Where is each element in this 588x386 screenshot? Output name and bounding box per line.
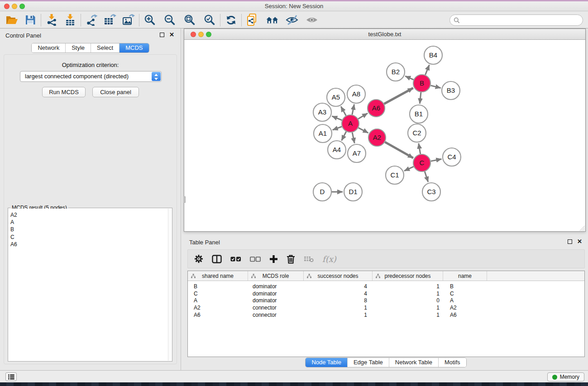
tab-network-table[interactable]: Network Table	[389, 358, 438, 367]
edge-B-B1[interactable]	[420, 92, 421, 104]
edge-A-A8[interactable]	[352, 105, 354, 115]
mcds-result-item[interactable]: A	[10, 219, 168, 226]
node-C[interactable]: C	[413, 154, 430, 172]
select-all-columns-icon[interactable]	[230, 256, 241, 262]
node-A5[interactable]: A5	[327, 88, 345, 106]
edge-A-A6[interactable]	[358, 113, 368, 119]
close-panel-icon[interactable]: ✕	[169, 33, 174, 37]
new-network-from-selection-icon[interactable]	[246, 14, 258, 26]
edge-A2-C[interactable]	[385, 142, 413, 158]
edge-C-C1[interactable]	[404, 167, 414, 171]
edge-B-B3[interactable]	[430, 86, 440, 88]
table-row[interactable]: A6connector11A6	[188, 311, 584, 319]
mcds-result-list[interactable]: A2ABCA6	[9, 209, 168, 361]
network-canvas[interactable]: B4B2BB3A5A8A6A3B1AC2A1A2A4A7C4CC1C3DD1	[184, 40, 585, 231]
node-C3[interactable]: C3	[422, 183, 440, 201]
node-B3[interactable]: B3	[442, 81, 460, 100]
node-D[interactable]: D	[313, 183, 331, 201]
node-C4[interactable]: C4	[443, 148, 461, 166]
node-A4[interactable]: A4	[328, 141, 346, 159]
deselect-all-columns-icon[interactable]	[250, 256, 261, 262]
edge-C-C2[interactable]	[419, 143, 421, 154]
node-D1[interactable]: D1	[344, 183, 362, 201]
save-session-icon[interactable]	[24, 14, 37, 26]
export-image-icon[interactable]	[122, 14, 135, 26]
tab-style[interactable]: Style	[65, 43, 91, 52]
tab-select[interactable]: Select	[91, 43, 119, 52]
column-header-MCDS-role[interactable]: MCDS role	[248, 271, 304, 281]
criterion-dropdown[interactable]: largest connected component (directed)	[20, 71, 162, 82]
column-header-predecessor-nodes[interactable]: predecessor nodes	[373, 271, 443, 281]
add-column-icon[interactable]	[269, 255, 278, 263]
tab-network[interactable]: Network	[32, 43, 65, 52]
mcds-result-item[interactable]: B	[10, 226, 168, 233]
edge-A-A5[interactable]	[341, 106, 346, 115]
tab-node-table[interactable]: Node Table	[306, 358, 347, 367]
edge-A-A7[interactable]	[352, 133, 354, 143]
network-window-titlebar[interactable]: testGlobe.txt	[184, 29, 585, 40]
mcds-result-item[interactable]: C	[10, 234, 168, 241]
delete-table-icon[interactable]	[304, 255, 314, 262]
network-graph[interactable]: B4B2BB3A5A8A6A3B1AC2A1A2A4A7C4CC1C3DD1	[184, 40, 585, 231]
tab-motifs[interactable]: Motifs	[438, 358, 466, 367]
memory-button[interactable]: Memory	[547, 372, 584, 381]
edge-B-B4[interactable]	[425, 65, 429, 75]
table-header-row[interactable]: shared nameMCDS rolesuccessor nodesprede…	[188, 271, 584, 281]
refresh-icon[interactable]	[225, 14, 237, 26]
node-table[interactable]: shared nameMCDS rolesuccessor nodesprede…	[187, 271, 585, 357]
edge-C-C3[interactable]	[425, 172, 428, 182]
column-header-successor-nodes[interactable]: successor nodes	[304, 271, 373, 281]
delete-columns-trash-icon[interactable]	[287, 254, 295, 264]
column-header-shared-name[interactable]: shared name	[188, 271, 248, 281]
close-panel-button[interactable]: Close panel	[92, 87, 139, 97]
export-network-icon[interactable]	[85, 14, 98, 26]
import-network-icon[interactable]	[45, 14, 58, 26]
import-table-icon[interactable]	[64, 14, 76, 26]
table-body[interactable]: Bdominator41BCdominator41CAdominator80AA…	[188, 283, 584, 319]
table-row[interactable]: Cdominator41C	[188, 290, 584, 297]
show-all-icon[interactable]	[306, 14, 318, 26]
table-row[interactable]: A2connector11A2	[188, 304, 584, 311]
mcds-result-scrollbar[interactable]	[168, 209, 172, 361]
node-A1[interactable]: A1	[314, 124, 332, 143]
edge-C-C4[interactable]	[431, 159, 442, 161]
export-table-icon[interactable]	[104, 14, 116, 26]
edge-A-A2[interactable]	[359, 128, 368, 133]
mcds-result-item[interactable]: A6	[10, 241, 168, 248]
close-table-panel-icon[interactable]: ✕	[577, 239, 582, 244]
node-C1[interactable]: C1	[386, 166, 404, 184]
edge-A-A1[interactable]	[333, 127, 342, 130]
open-session-icon[interactable]	[5, 14, 18, 26]
mcds-result-item[interactable]: A2	[10, 211, 168, 219]
node-B1[interactable]: B1	[410, 105, 428, 123]
task-history-button[interactable]	[5, 372, 17, 381]
float-table-panel-icon[interactable]	[568, 239, 572, 244]
node-A8[interactable]: A8	[347, 85, 365, 103]
node-A6[interactable]: A6	[368, 100, 385, 117]
tab-mcds[interactable]: MCDS	[119, 43, 148, 52]
node-B4[interactable]: B4	[424, 46, 442, 64]
column-header-name[interactable]: name	[443, 271, 487, 281]
edge-A-A3[interactable]	[332, 116, 342, 120]
zoom-in-icon[interactable]	[143, 14, 156, 26]
node-B[interactable]: B	[413, 75, 430, 92]
run-mcds-button[interactable]: Run MCDS	[42, 87, 86, 97]
window-edge-handle[interactable]	[184, 196, 186, 203]
first-neighbors-icon[interactable]	[266, 14, 278, 26]
function-builder-icon[interactable]: f(x)	[322, 254, 336, 264]
zoom-out-icon[interactable]	[163, 14, 176, 26]
node-A3[interactable]: A3	[313, 103, 331, 121]
node-A[interactable]: A	[342, 115, 359, 132]
node-C2[interactable]: C2	[408, 124, 426, 142]
node-B2[interactable]: B2	[387, 63, 405, 81]
zoom-fit-icon[interactable]	[183, 14, 196, 26]
edge-A6-B[interactable]	[384, 88, 413, 104]
table-row[interactable]: Adominator80A	[188, 297, 584, 305]
float-panel-icon[interactable]	[160, 33, 164, 37]
settings-gear-icon[interactable]	[194, 254, 203, 263]
edge-A-A4[interactable]	[342, 132, 346, 141]
zoom-selected-icon[interactable]	[203, 14, 216, 26]
hide-selected-icon[interactable]	[286, 14, 298, 26]
node-A7[interactable]: A7	[348, 144, 366, 162]
edge-B-B2[interactable]	[405, 76, 414, 80]
